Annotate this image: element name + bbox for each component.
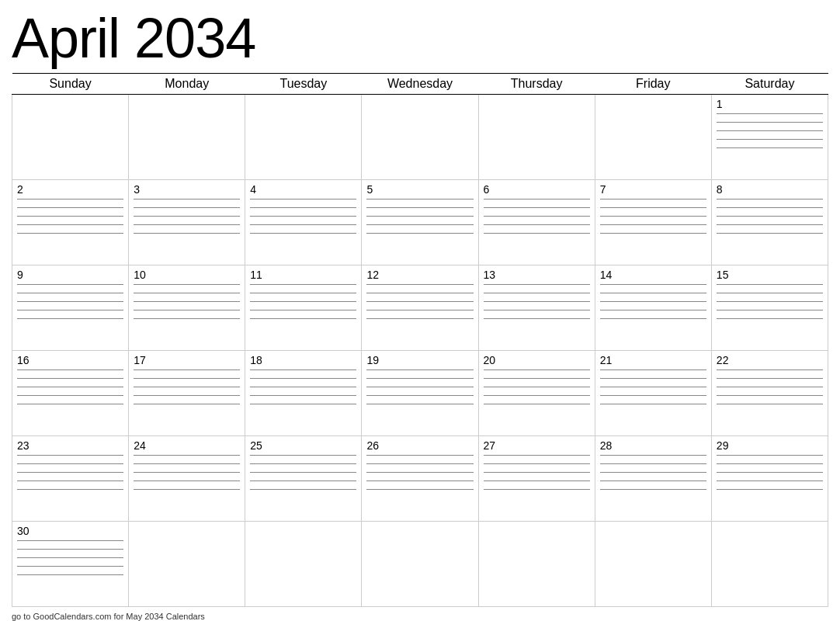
week-row-3: 9101112131415 [12, 265, 828, 351]
day-cell-3[interactable]: 3 [129, 180, 245, 265]
day-cell-2[interactable]: 2 [12, 180, 129, 265]
empty-cell[interactable] [595, 522, 711, 607]
empty-cell[interactable] [478, 522, 595, 607]
day-header-saturday: Saturday [711, 74, 828, 95]
day-number-10: 10 [134, 269, 240, 281]
day-cell-24[interactable]: 24 [129, 436, 245, 522]
day-cell-12[interactable]: 12 [362, 265, 478, 351]
calendar-grid: SundayMondayTuesdayWednesdayThursdayFrid… [12, 73, 828, 607]
day-cell-5[interactable]: 5 [362, 180, 478, 265]
day-number-17: 17 [134, 354, 240, 366]
calendar-line [366, 463, 473, 464]
lines-container [366, 455, 473, 490]
week-row-1: 1 [12, 95, 828, 180]
day-cell-7[interactable]: 7 [595, 180, 711, 265]
day-cell-17[interactable]: 17 [129, 351, 245, 436]
calendar-line [717, 207, 823, 208]
calendar-line [134, 224, 240, 225]
day-cell-1[interactable]: 1 [711, 95, 828, 180]
calendar-line [366, 224, 473, 225]
day-number-25: 25 [250, 439, 356, 452]
calendar-line [717, 233, 823, 234]
calendar-line [600, 233, 706, 234]
empty-cell[interactable] [362, 95, 478, 180]
empty-cell[interactable] [12, 95, 129, 180]
calendar-line [134, 216, 240, 217]
day-number-4: 4 [250, 183, 356, 196]
day-cell-30[interactable]: 30 [12, 522, 129, 607]
empty-cell[interactable] [245, 95, 362, 180]
day-number-29: 29 [717, 439, 823, 452]
day-cell-19[interactable]: 19 [362, 351, 478, 436]
lines-container [366, 369, 473, 404]
lines-container [600, 199, 706, 234]
lines-container [484, 369, 590, 404]
calendar-line [250, 378, 356, 379]
calendar-line [250, 404, 356, 404]
calendar-line [134, 310, 240, 310]
calendar-line [366, 472, 473, 473]
days-header-row: SundayMondayTuesdayWednesdayThursdayFrid… [12, 74, 828, 95]
lines-container [717, 199, 823, 234]
calendar-line [250, 301, 356, 302]
calendar-line [250, 293, 356, 293]
day-cell-15[interactable]: 15 [711, 265, 828, 351]
day-cell-14[interactable]: 14 [595, 265, 711, 351]
calendar-line [134, 318, 240, 319]
calendar-line [17, 293, 123, 293]
day-cell-20[interactable]: 20 [478, 351, 595, 436]
day-cell-21[interactable]: 21 [595, 351, 711, 436]
day-number-20: 20 [484, 354, 590, 366]
day-header-friday: Friday [595, 74, 711, 95]
day-number-15: 15 [717, 269, 823, 281]
day-cell-29[interactable]: 29 [711, 436, 828, 522]
day-cell-22[interactable]: 22 [711, 351, 828, 436]
day-cell-18[interactable]: 18 [245, 351, 362, 436]
day-cell-23[interactable]: 23 [12, 436, 129, 522]
empty-cell[interactable] [362, 522, 478, 607]
empty-cell[interactable] [129, 95, 245, 180]
day-cell-10[interactable]: 10 [129, 265, 245, 351]
day-cell-11[interactable]: 11 [245, 265, 362, 351]
calendar-line [17, 310, 123, 310]
day-number-6: 6 [484, 183, 590, 196]
calendar-line [134, 472, 240, 473]
calendar-line [134, 489, 240, 490]
lines-container [134, 199, 240, 234]
calendar-line [717, 130, 823, 131]
calendar-line [366, 369, 473, 370]
day-cell-4[interactable]: 4 [245, 180, 362, 265]
calendar-line [717, 489, 823, 490]
lines-container [17, 284, 123, 319]
calendar-line [484, 455, 590, 456]
day-cell-27[interactable]: 27 [478, 436, 595, 522]
day-cell-16[interactable]: 16 [12, 351, 129, 436]
day-cell-28[interactable]: 28 [595, 436, 711, 522]
day-cell-13[interactable]: 13 [478, 265, 595, 351]
calendar-line [250, 455, 356, 456]
calendar-line [17, 284, 123, 285]
calendar-line [366, 395, 473, 396]
calendar-line [484, 301, 590, 302]
calendar-line [484, 472, 590, 473]
day-number-5: 5 [366, 183, 473, 196]
day-cell-9[interactable]: 9 [12, 265, 129, 351]
calendar-line [484, 369, 590, 370]
calendar-line [717, 318, 823, 319]
calendar-line [134, 301, 240, 302]
calendar-line [250, 199, 356, 199]
empty-cell[interactable] [711, 522, 828, 607]
calendar-line [484, 207, 590, 208]
calendar-line [134, 387, 240, 387]
empty-cell[interactable] [595, 95, 711, 180]
calendar-line [484, 463, 590, 464]
day-cell-26[interactable]: 26 [362, 436, 478, 522]
empty-cell[interactable] [129, 522, 245, 607]
day-cell-25[interactable]: 25 [245, 436, 362, 522]
calendar-line [17, 455, 123, 456]
day-cell-8[interactable]: 8 [711, 180, 828, 265]
empty-cell[interactable] [245, 522, 362, 607]
day-cell-6[interactable]: 6 [478, 180, 595, 265]
empty-cell[interactable] [478, 95, 595, 180]
calendar-line [250, 472, 356, 473]
